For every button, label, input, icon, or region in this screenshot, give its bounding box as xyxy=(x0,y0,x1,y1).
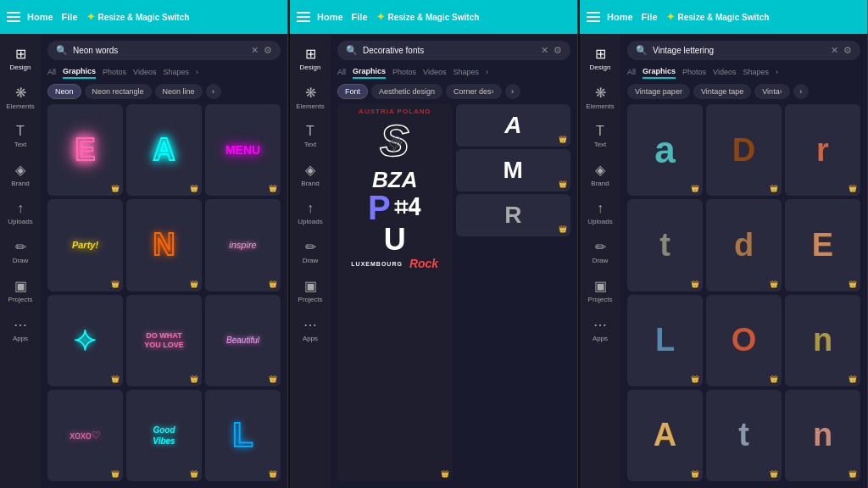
file-link-2[interactable]: File xyxy=(352,12,368,22)
sidebar-item-text-2[interactable]: T Text xyxy=(292,119,329,153)
tab-graphics[interactable]: Graphics xyxy=(63,65,96,79)
chip-corner[interactable]: Corner des› xyxy=(446,84,502,99)
font-item-3[interactable]: R 👑 xyxy=(456,194,571,236)
tab-videos-3[interactable]: Videos xyxy=(713,66,736,78)
sidebar-item-elements-2[interactable]: ❋ Elements xyxy=(292,80,329,115)
search-input-vintage[interactable] xyxy=(653,46,826,55)
clear-icon-2[interactable]: ✕ xyxy=(541,45,548,56)
vint-item-t2[interactable]: t 👑 xyxy=(706,390,782,481)
tab-more[interactable]: › xyxy=(196,66,198,78)
sidebar-item-text-3[interactable]: T Text xyxy=(581,119,619,153)
vint-item-A2[interactable]: A 👑 xyxy=(627,390,703,481)
sidebar-item-brand-3[interactable]: ◈ Brand xyxy=(581,157,619,192)
chips-arrow-3[interactable]: › xyxy=(793,84,809,99)
chips-arrow[interactable]: › xyxy=(206,84,221,99)
chip-vintage-tape[interactable]: Vintage tape xyxy=(693,84,751,99)
menu-icon-2[interactable] xyxy=(297,12,310,22)
tab-photos-2[interactable]: Photos xyxy=(392,66,416,78)
tab-all-2[interactable]: All xyxy=(337,66,346,78)
home-link-3[interactable]: Home xyxy=(607,12,633,22)
tab-shapes-3[interactable]: Shapes xyxy=(743,66,769,78)
chip-vintage-paper[interactable]: Vintage paper xyxy=(627,84,690,99)
clear-icon-3[interactable]: ✕ xyxy=(831,45,838,56)
sidebar-item-apps-2[interactable]: ⋯ Apps xyxy=(292,312,329,347)
neon-item-beautiful[interactable]: Beautiful 👑 xyxy=(205,295,281,386)
file-link-3[interactable]: File xyxy=(642,12,658,22)
search-input-font[interactable] xyxy=(363,46,536,55)
chip-neon-line[interactable]: Neon line xyxy=(155,84,203,99)
sidebar-item-elements-3[interactable]: ❋ Elements xyxy=(581,80,619,115)
tab-shapes[interactable]: Shapes xyxy=(163,66,189,78)
resize-magic[interactable]: ✦ Resize & Magic Switch xyxy=(86,11,190,23)
resize-magic-2[interactable]: ✦ Resize & Magic Switch xyxy=(376,11,480,23)
neon-item-party[interactable]: Party! 👑 xyxy=(47,199,123,291)
font-item-1[interactable]: A 👑 xyxy=(456,104,571,147)
tab-videos-2[interactable]: Videos xyxy=(423,66,446,78)
neon-item-e[interactable]: E 👑 xyxy=(47,104,123,196)
sidebar-item-apps-3[interactable]: ⋯ Apps xyxy=(581,312,619,347)
tab-graphics-2[interactable]: Graphics xyxy=(353,65,386,79)
vint-item-n[interactable]: n 👑 xyxy=(785,390,860,481)
tab-videos[interactable]: Videos xyxy=(133,66,156,78)
sidebar-item-brand-2[interactable]: ◈ Brand xyxy=(292,157,329,192)
sidebar-item-projects[interactable]: ▣ Projects xyxy=(2,273,39,308)
sidebar-item-draw-3[interactable]: ✏ Draw xyxy=(581,234,619,269)
filter-icon[interactable]: ⚙ xyxy=(264,45,272,56)
menu-icon[interactable] xyxy=(7,12,20,22)
neon-item-inspire[interactable]: inspire 👑 xyxy=(205,199,281,291)
neon-item-menu[interactable]: MENU 👑 xyxy=(205,104,281,196)
tab-all[interactable]: All xyxy=(47,66,56,78)
vint-item-L[interactable]: L 👑 xyxy=(627,295,703,386)
neon-item-a[interactable]: A 👑 xyxy=(126,104,202,196)
tab-shapes-2[interactable]: Shapes xyxy=(453,66,479,78)
tab-photos-3[interactable]: Photos xyxy=(682,66,706,78)
vint-item-d[interactable]: D 👑 xyxy=(706,104,782,196)
tab-graphics-3[interactable]: Graphics xyxy=(643,65,676,79)
neon-item-xoxo[interactable]: xoxo♡ 👑 xyxy=(47,390,123,481)
vint-item-t[interactable]: t 👑 xyxy=(627,199,703,291)
vint-item-o[interactable]: O 👑 xyxy=(706,295,782,386)
file-link[interactable]: File xyxy=(62,12,78,22)
vint-item-N[interactable]: n 👑 xyxy=(785,295,860,386)
sidebar-item-elements[interactable]: ❋ Elements xyxy=(2,80,39,115)
sidebar-item-projects-2[interactable]: ▣ Projects xyxy=(292,273,329,308)
sidebar-item-uploads-2[interactable]: ↑ Uploads xyxy=(292,196,329,230)
sidebar-item-draw-2[interactable]: ✏ Draw xyxy=(292,234,329,269)
tab-more-2[interactable]: › xyxy=(486,66,488,78)
neon-item-l[interactable]: L 👑 xyxy=(205,390,281,481)
sidebar-item-design-3[interactable]: ⊞ Design xyxy=(581,41,619,76)
sidebar-item-brand[interactable]: ◈ Brand xyxy=(2,157,39,192)
sidebar-item-projects-3[interactable]: ▣ Projects xyxy=(581,273,619,308)
sidebar-item-uploads-3[interactable]: ↑ Uploads xyxy=(581,196,619,230)
tab-photos[interactable]: Photos xyxy=(103,66,126,78)
neon-item-n[interactable]: N 👑 xyxy=(126,199,202,291)
sidebar-item-text[interactable]: T Text xyxy=(2,119,39,153)
vint-item-r[interactable]: r 👑 xyxy=(785,104,860,196)
chip-aesthetic[interactable]: Aesthetic design xyxy=(371,84,442,99)
sidebar-item-apps[interactable]: ⋯ Apps xyxy=(2,312,39,347)
search-input-neon[interactable] xyxy=(73,46,246,55)
tab-more-3[interactable]: › xyxy=(776,66,778,78)
resize-magic-3[interactable]: ✦ Resize & Magic Switch xyxy=(666,11,770,23)
chip-neon-rectangle[interactable]: Neon rectangle xyxy=(85,84,152,99)
chips-arrow-2[interactable]: › xyxy=(505,84,520,99)
sidebar-item-design-2[interactable]: ⊞ Design xyxy=(292,41,329,76)
vint-item-E[interactable]: E 👑 xyxy=(785,199,860,291)
vint-item-a[interactable]: a 👑 xyxy=(627,104,703,196)
chip-font[interactable]: Font xyxy=(337,84,368,99)
home-link[interactable]: Home xyxy=(27,12,53,22)
neon-item-goodvibes[interactable]: GoodVibes 👑 xyxy=(126,390,202,481)
home-link-2[interactable]: Home xyxy=(317,12,343,22)
vint-item-e[interactable]: d 👑 xyxy=(706,199,782,291)
chip-vinta[interactable]: Vinta› xyxy=(754,84,789,99)
sidebar-item-design[interactable]: ⊞ Design xyxy=(2,41,39,76)
font-item-2[interactable]: M 👑 xyxy=(456,149,571,191)
filter-icon-2[interactable]: ⚙ xyxy=(554,45,562,56)
filter-icon-3[interactable]: ⚙ xyxy=(843,45,852,56)
neon-item-star[interactable]: ✦ 👑 xyxy=(47,295,123,386)
sidebar-item-draw[interactable]: ✏ Draw xyxy=(2,234,39,269)
sidebar-item-uploads[interactable]: ↑ Uploads xyxy=(2,196,39,230)
chip-neon[interactable]: Neon xyxy=(47,84,81,99)
clear-icon[interactable]: ✕ xyxy=(251,45,259,56)
menu-icon-3[interactable] xyxy=(587,12,600,22)
